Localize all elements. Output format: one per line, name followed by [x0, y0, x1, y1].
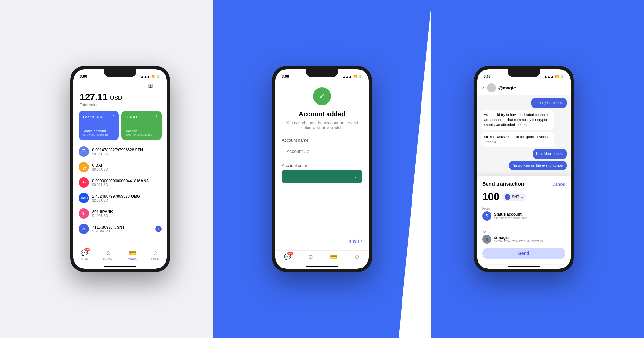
message-1: It really is 11:15 AM	[531, 98, 566, 108]
account-name-input[interactable]	[282, 145, 362, 158]
home-indicator-2	[306, 266, 338, 267]
grid-icon[interactable]: ⊞	[148, 82, 153, 89]
back-icon[interactable]: ‹	[482, 85, 484, 91]
wallet-card-savings[interactable]: 0 USD ⇧ savings 0x03F64...A598248c	[121, 111, 162, 140]
token-item-snt[interactable]: SNT 7115.86923... SNT $123.04 USD ↑	[73, 221, 167, 237]
chat-badge-1: 99+	[84, 248, 90, 251]
token-item-mana[interactable]: 👁 0.0000000000000004418 MANA $0.00 USD	[73, 175, 167, 190]
balance-label: Total value	[80, 103, 160, 107]
card-label-2: savings	[125, 129, 158, 133]
txn-token-symbol: SNT	[512, 195, 519, 199]
time-2: 3:08	[282, 74, 289, 78]
card-address-2: 0x03F64...A598248c	[125, 133, 158, 136]
to-account-addr: 0x0704420e4f750a97281ebc7387113...	[494, 240, 565, 243]
account-added-screen: ✓ Account added You can change the accou…	[275, 81, 369, 250]
token-icon-dai: ◎	[79, 162, 89, 172]
wallet-icon-1: 💳	[129, 249, 136, 257]
txn-cancel-button[interactable]: Cancel	[552, 182, 565, 187]
more-icon[interactable]: ···	[157, 82, 162, 89]
card-address-1: 0xA40b0...906c33E	[82, 133, 115, 136]
wallet-balance: 127.11 USD Total value	[73, 92, 167, 111]
phone-3: 3:06 ▲▲▲ 📶 🔋 ‹ @magic ··· It really is 1…	[474, 66, 574, 272]
token-icon-spank: Si	[79, 208, 89, 219]
profile-icon-2: ☺	[354, 254, 360, 260]
txn-from-section: From S Status account 7115.869232833196 …	[482, 207, 565, 221]
chevron-down-icon: ⌄	[354, 174, 358, 179]
bottom-nav-2: 💬 99+ ⊙ 💳 ☺	[275, 250, 369, 264]
phone-2: 3:08 ▲▲▲ 📶 🔋 ✓ Account added You can cha…	[272, 66, 372, 272]
wallet-header: ⊞ ···	[73, 81, 167, 92]
txn-amount: 100 SNT ⌄	[482, 191, 565, 203]
from-chevron-icon: ›	[564, 213, 565, 219]
txn-title: Send transaction	[482, 181, 524, 187]
from-account[interactable]: S Status account 7115.869232833196 SNT ›	[482, 211, 565, 221]
share-icon-2[interactable]: ⇧	[155, 114, 158, 119]
color-label: Account color	[282, 163, 307, 168]
from-account-balance: 7115.869232833196 SNT	[494, 217, 561, 220]
status-bar-3: 3:06 ▲▲▲ 📶 🔋	[477, 69, 571, 81]
status-bar-2: 3:08 ▲▲▲ 📶 🔋	[275, 69, 369, 81]
home-indicator-3	[508, 266, 540, 267]
name-label: Account name	[282, 138, 308, 143]
send-button[interactable]: Send	[482, 248, 565, 259]
txn-amount-num: 100	[482, 191, 499, 203]
nav-browser-1[interactable]: ⊙ Browser	[103, 249, 114, 260]
chat-badge-2: 99+	[287, 252, 293, 255]
profile-icon-1: ☺	[152, 250, 158, 257]
to-account-name: @magic	[494, 235, 565, 240]
divider	[482, 225, 565, 225]
token-list: Ξ 0.001478232797996628 ETH $0.39 USD ◎ 0…	[73, 144, 167, 247]
message-3: sticker packs released for special event…	[481, 132, 554, 147]
token-icon-mana: 👁	[79, 177, 89, 188]
message-5: I'm working on the event list now	[509, 161, 567, 170]
txn-from-to: From S Status account 7115.869232833196 …	[482, 207, 565, 244]
contact-name: @magic	[498, 85, 559, 90]
wallet-card-status[interactable]: 127.11 USD ⇧ Status account 0xA40b0...90…	[79, 111, 119, 140]
txn-to-section: To 👤 @magic 0x0704420e4f750a97281ebc7387…	[482, 230, 565, 244]
nav-wallet-1[interactable]: 💳 Wallet	[128, 249, 137, 260]
token-item-omg[interactable]: OMG 2.4324887997869573 OMG $2.61 USD	[73, 190, 167, 206]
nav-browser-label-1: Browser	[103, 257, 114, 260]
token-item-spank[interactable]: Si 201 SPANK $1.07 USD	[73, 206, 167, 221]
bottom-nav-1: 💬 99+ Chat ⊙ Browser 💳 Wallet ☺ Profile	[73, 247, 167, 264]
from-avatar: S	[482, 211, 491, 221]
balance-amount: 127.11 USD	[80, 92, 160, 102]
phone-1: 3:00 ▲▲▲ 📶 🔋 ⊞ ··· 127.11 USD Total valu…	[70, 66, 170, 272]
nav-profile-2[interactable]: ☺	[354, 254, 360, 260]
from-label: From	[482, 207, 565, 210]
token-icon-snt: SNT	[79, 224, 89, 234]
nav-wallet-2[interactable]: 💳	[330, 253, 337, 260]
more-options-icon[interactable]: ···	[561, 85, 565, 91]
nav-profile-1[interactable]: ☺ Profile	[151, 250, 160, 260]
token-item-eth[interactable]: Ξ 0.001478232797996628 ETH $0.39 USD	[73, 144, 167, 159]
card-amount-1: 127.11 USD	[82, 115, 115, 119]
nav-chat-2[interactable]: 💬 99+	[284, 253, 291, 260]
status-icons-2: ▲▲▲ 📶 🔋	[342, 75, 362, 78]
from-account-name: Status account	[494, 212, 561, 217]
status-icons-1: ▲▲▲ 📶 🔋	[141, 75, 161, 78]
share-icon-1[interactable]: ⇧	[112, 114, 116, 119]
chevron-right-icon: ›	[361, 238, 362, 244]
chat-header: ‹ @magic ···	[477, 81, 571, 95]
nav-chat-1[interactable]: 💬 99+ Chat	[81, 249, 88, 260]
token-icon-eth: Ξ	[79, 146, 89, 157]
token-item-dai[interactable]: ◎ 0 DAI $0.00 USD	[73, 159, 167, 175]
to-label: To	[482, 230, 565, 233]
color-selector[interactable]: ⌄	[282, 170, 362, 183]
status-bar-1: 3:00 ▲▲▲ 📶 🔋	[73, 69, 167, 81]
to-account: 👤 @magic 0x0704420e4f750a97281ebc7387113…	[482, 235, 565, 244]
txn-header: Send transaction Cancel	[482, 181, 565, 187]
nav-browser-2[interactable]: ⊙	[308, 253, 313, 260]
snt-badge: ↑	[155, 226, 162, 232]
status-icons-3: ▲▲▲ 📶 🔋	[544, 75, 564, 78]
finish-button[interactable]: Finish ›	[346, 238, 362, 244]
nav-profile-label-1: Profile	[151, 257, 160, 260]
check-icon: ✓	[319, 92, 325, 101]
nav-wallet-label-1: Wallet	[128, 257, 137, 260]
browser-icon-2: ⊙	[308, 253, 313, 260]
time-3: 3:06	[484, 74, 491, 78]
svg-point-0	[505, 195, 510, 199]
account-added-title: Account added	[299, 110, 345, 118]
token-chevron-icon: ⌄	[521, 195, 523, 199]
txn-token-selector[interactable]: SNT ⌄	[502, 193, 526, 201]
